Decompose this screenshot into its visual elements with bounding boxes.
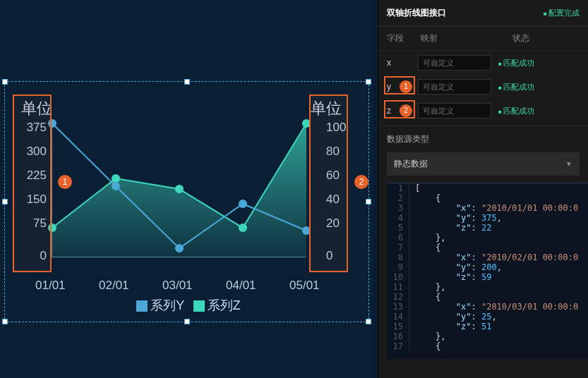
source-label: 数据源类型 bbox=[378, 126, 588, 150]
svg-point-8 bbox=[239, 200, 247, 208]
field-status: 匹配成功 bbox=[498, 106, 534, 116]
header-mapping: 映射 bbox=[421, 32, 512, 44]
panel-title: 双轴折线图接口 bbox=[387, 7, 446, 19]
panel-header: 双轴折线图接口 配置完成 bbox=[378, 0, 588, 27]
x-tick: 04/01 bbox=[226, 279, 256, 293]
x-tick: 01/01 bbox=[35, 279, 66, 293]
header-state: 状态 bbox=[512, 32, 529, 44]
resize-handle[interactable] bbox=[366, 199, 371, 205]
code-editor[interactable]: 1[ 2 { 3 "x": "2010/01/01 00:00:0 4 "y":… bbox=[387, 183, 588, 359]
resize-handle[interactable] bbox=[184, 79, 190, 85]
dual-axis-chart: 单位 单位 375 300 225 150 75 0 100 80 60 40 … bbox=[13, 88, 359, 314]
callout-highlight-z bbox=[384, 100, 415, 118]
callout-badge-1: 1 bbox=[58, 175, 72, 189]
svg-point-1 bbox=[112, 174, 120, 183]
source-value: 静态数据 bbox=[394, 158, 428, 170]
x-tick: 02/01 bbox=[99, 279, 129, 293]
legend-label-y: 系列Y bbox=[150, 298, 184, 312]
legend-swatch-y bbox=[136, 300, 148, 312]
svg-point-7 bbox=[175, 244, 184, 252]
field-status: 匹配成功 bbox=[498, 58, 534, 68]
field-mapping-input[interactable] bbox=[418, 55, 491, 71]
field-key: x bbox=[387, 58, 400, 68]
legend-swatch-z bbox=[193, 300, 205, 312]
legend: 系列Y 系列Z bbox=[13, 297, 359, 314]
resize-handle[interactable] bbox=[366, 79, 371, 85]
resize-handle[interactable] bbox=[2, 79, 8, 85]
config-panel: 双轴折线图接口 配置完成 字段 映射 状态 x 匹配成功 y 1 匹配成功 z … bbox=[378, 0, 588, 378]
svg-point-3 bbox=[239, 224, 247, 232]
callout-highlight-y bbox=[384, 76, 415, 94]
x-tick: 05/01 bbox=[289, 279, 320, 293]
field-status: 匹配成功 bbox=[498, 82, 534, 92]
x-tick: 03/01 bbox=[162, 279, 193, 293]
resize-handle[interactable] bbox=[184, 319, 190, 324]
field-mapping-input[interactable] bbox=[418, 79, 491, 94]
panel-status: 配置完成 bbox=[544, 8, 580, 18]
svg-point-2 bbox=[175, 185, 184, 193]
callout-box-2 bbox=[309, 94, 348, 272]
field-mapping-input[interactable] bbox=[418, 103, 491, 118]
resize-handle[interactable] bbox=[2, 319, 8, 324]
header-field: 字段 bbox=[387, 32, 421, 44]
source-dropdown[interactable]: 静态数据 ▼ bbox=[387, 152, 580, 176]
resize-handle[interactable] bbox=[2, 199, 8, 205]
callout-badge-2: 2 bbox=[354, 175, 368, 189]
field-headers: 字段 映射 状态 bbox=[378, 27, 588, 51]
chevron-down-icon: ▼ bbox=[565, 160, 572, 168]
svg-point-6 bbox=[112, 182, 120, 190]
field-row-z: z 2 匹配成功 bbox=[378, 99, 588, 123]
field-row-x: x 匹配成功 bbox=[378, 51, 588, 75]
resize-handle[interactable] bbox=[366, 319, 371, 324]
plot-area bbox=[52, 123, 306, 257]
field-row-y: y 1 匹配成功 bbox=[378, 75, 588, 99]
canvas[interactable]: 单位 单位 375 300 225 150 75 0 100 80 60 40 … bbox=[0, 0, 378, 378]
legend-label-z: 系列Z bbox=[208, 298, 241, 312]
callout-box-1 bbox=[13, 94, 52, 272]
